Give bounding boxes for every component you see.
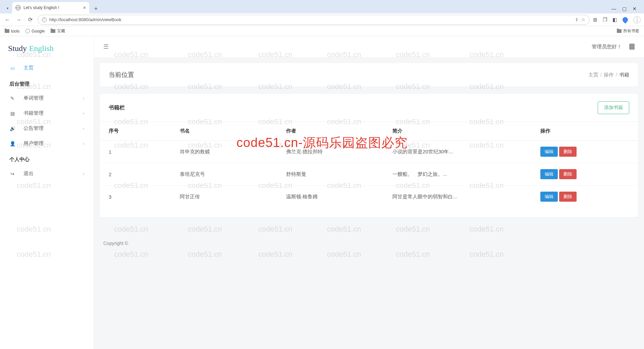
- cell-name: 阿甘正传: [171, 186, 277, 208]
- cell-ops: 编辑删除: [532, 163, 638, 186]
- lock-icon[interactable]: [629, 44, 635, 50]
- books-panel: 书籍栏 添加书籍 序号 书名 作者 简介 操作 1肖申克的救赎弗兰克·德拉邦特小…: [100, 94, 638, 217]
- chevron-right-icon: ›: [83, 96, 84, 101]
- panel-header: 书籍栏 添加书籍: [100, 94, 638, 122]
- bookmark-folder[interactable]: tools: [5, 29, 19, 34]
- breadcrumb-home[interactable]: 主页: [588, 72, 598, 78]
- url-text: http://localhost:8080/admin/viewBook: [49, 17, 572, 22]
- cell-name: 泰坦尼克号: [171, 163, 277, 186]
- bookmark-link[interactable]: Google: [25, 29, 45, 34]
- app-logo[interactable]: Study English: [0, 41, 94, 60]
- cell-author: 温斯顿·格鲁姆: [277, 186, 384, 208]
- cell-index: 2: [100, 163, 171, 186]
- edit-button[interactable]: 编辑: [540, 192, 558, 202]
- reload-button[interactable]: ⟳: [26, 16, 34, 23]
- delete-button[interactable]: 删除: [559, 192, 577, 202]
- edit-button[interactable]: 编辑: [540, 169, 558, 179]
- table-header-row: 序号 书名 作者 简介 操作: [100, 122, 638, 141]
- breadcrumb-op[interactable]: 操作: [604, 72, 614, 78]
- col-index: 序号: [100, 122, 171, 141]
- delete-button[interactable]: 删除: [559, 169, 577, 179]
- cell-ops: 编辑删除: [532, 186, 638, 208]
- cell-index: 1: [100, 141, 171, 163]
- cell-desc: 小说的背景是20世纪30年...: [384, 141, 532, 163]
- col-desc: 简介: [384, 122, 532, 141]
- sidebar-item-label: 用户管理: [23, 140, 44, 147]
- sidebar-item-notices[interactable]: 🔊 公告管理 ›: [0, 121, 94, 136]
- volume-icon: 🔊: [9, 126, 15, 131]
- breadcrumb-title: 当前位置: [109, 70, 134, 79]
- user-icon: 👤: [9, 141, 15, 146]
- sidebar-item-label: 单词管理: [23, 95, 44, 101]
- sidebar-section-personal: 个人中心: [0, 151, 94, 166]
- breadcrumb-current: 书籍: [619, 72, 629, 78]
- app-root: Study English ▭ 主页 后台管理 ✎ 单词管理 › ▤ 书籍管理 …: [0, 36, 644, 349]
- side-panel-icon[interactable]: ◧: [612, 17, 617, 23]
- panel-title: 书籍栏: [109, 104, 125, 111]
- cell-name: 肖申克的救赎: [171, 141, 277, 163]
- close-window-button[interactable]: ✕: [633, 6, 637, 11]
- book-icon: ▤: [9, 111, 15, 116]
- sidebar-item-label: 主页: [23, 65, 34, 71]
- browser-toolbar: ← → ⟳ http://localhost:8080/admin/viewBo…: [0, 13, 644, 26]
- col-name: 书名: [171, 122, 277, 141]
- table-row: 3阿甘正传温斯顿·格鲁姆阿甘是常人眼中的弱智和白...编辑删除: [100, 186, 638, 208]
- forward-button[interactable]: →: [15, 17, 23, 23]
- site-info-icon[interactable]: [42, 17, 47, 22]
- laptop-icon: ▭: [9, 65, 15, 71]
- folder-icon: [51, 29, 55, 33]
- reading-list-icon[interactable]: ❐: [603, 17, 607, 23]
- browser-tab[interactable]: Let's study English ! ×: [12, 2, 89, 13]
- bookmark-star-icon[interactable]: ☆: [581, 17, 585, 22]
- tab-close-icon[interactable]: ×: [83, 5, 86, 10]
- sidebar-section-admin: 后台管理: [0, 76, 94, 91]
- minimize-button[interactable]: —: [611, 6, 616, 11]
- delete-button[interactable]: 删除: [559, 147, 577, 157]
- add-book-button[interactable]: 添加书籍: [598, 101, 629, 114]
- sidebar: Study English ▭ 主页 后台管理 ✎ 单词管理 › ▤ 书籍管理 …: [0, 36, 94, 349]
- sidebar-item-users[interactable]: 👤 用户管理 ›: [0, 136, 94, 151]
- cell-author: 舒特斯曼: [277, 163, 384, 186]
- bookmarks-bar: tools Google 宝藏 所有书签: [0, 26, 644, 36]
- chevron-right-icon: ›: [83, 171, 84, 176]
- sidebar-toggle-icon[interactable]: ☰: [103, 43, 109, 50]
- tab-list-dropdown[interactable]: ▾: [3, 3, 12, 13]
- table-row: 2泰坦尼克号舒特斯曼一艘船。 梦幻之旅。...编辑删除: [100, 163, 638, 186]
- sidebar-item-books[interactable]: ▤ 书籍管理 ›: [0, 106, 94, 121]
- tab-title: Let's study English !: [23, 5, 80, 10]
- sidebar-item-label: 退出: [23, 170, 34, 177]
- share-icon[interactable]: ⇪: [575, 17, 579, 22]
- folder-icon: [5, 29, 9, 33]
- col-ops: 操作: [532, 122, 638, 141]
- new-tab-button[interactable]: +: [91, 4, 101, 13]
- browser-tab-strip: ▾ Let's study English ! × + — ▢ ✕: [0, 0, 644, 13]
- cell-author: 弗兰克·德拉邦特: [277, 141, 384, 163]
- bookmark-folder[interactable]: 宝藏: [51, 28, 65, 34]
- sidebar-item-words[interactable]: ✎ 单词管理 ›: [0, 91, 94, 106]
- chevron-right-icon: ›: [83, 126, 84, 131]
- cell-index: 3: [100, 186, 171, 208]
- sidebar-item-home[interactable]: ▭ 主页: [0, 60, 94, 76]
- globe-icon: [15, 5, 21, 10]
- breadcrumb-trail: 主页/操作/书籍: [588, 72, 629, 78]
- sidebar-item-label: 书籍管理: [23, 110, 44, 116]
- chevron-right-icon: ›: [83, 141, 84, 146]
- folder-icon: [617, 29, 622, 33]
- cell-ops: 编辑删除: [532, 141, 638, 163]
- main-content: ☰ 管理员您好！ 当前位置 主页/操作/书籍 书籍栏 添加书籍 序号 书名: [94, 36, 644, 349]
- cell-desc: 一艘船。 梦幻之旅。...: [384, 163, 532, 186]
- logout-icon: ↪: [9, 171, 15, 177]
- books-table: 序号 书名 作者 简介 操作 1肖申克的救赎弗兰克·德拉邦特小说的背景是20世纪…: [100, 122, 638, 208]
- window-controls: — ▢ ✕: [611, 6, 641, 13]
- profile-icon[interactable]: [622, 16, 629, 23]
- sidebar-item-logout[interactable]: ↪ 退出 ›: [0, 166, 94, 181]
- back-button[interactable]: ←: [3, 17, 11, 23]
- extensions-icon[interactable]: ⊞: [593, 17, 597, 23]
- edit-button[interactable]: 编辑: [540, 147, 558, 157]
- maximize-button[interactable]: ▢: [622, 6, 627, 11]
- address-bar[interactable]: http://localhost:8080/admin/viewBook ⇪ ☆: [38, 15, 590, 25]
- browser-menu-icon[interactable]: ⋮: [633, 16, 641, 23]
- cell-desc: 阿甘是常人眼中的弱智和白...: [384, 186, 532, 208]
- globe-icon: [25, 29, 30, 33]
- all-bookmarks[interactable]: 所有书签: [617, 28, 639, 34]
